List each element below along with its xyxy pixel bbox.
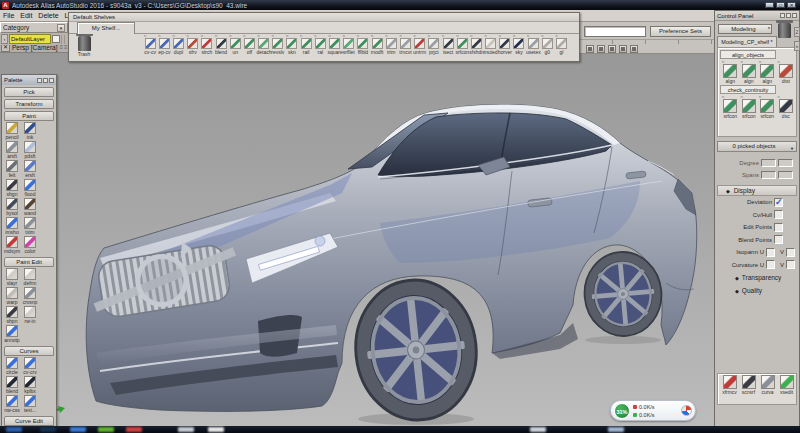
palette-tool[interactable]: pencil	[3, 122, 21, 140]
cp-tool-icon[interactable]	[779, 99, 793, 113]
shelf-tool[interactable]: n blend	[214, 34, 228, 55]
layer-visibility-checkbox[interactable]	[52, 35, 60, 43]
palette-titlebar[interactable]: Palette	[2, 75, 56, 85]
palette-tool[interactable]: nw-css	[3, 395, 21, 413]
cp-tool-icon[interactable]	[723, 375, 737, 389]
palette-tool-icon[interactable]	[6, 217, 18, 229]
cp-tool-icon[interactable]	[761, 375, 775, 389]
taskbar-app-icon[interactable]	[126, 427, 142, 432]
shelf-tool-icon[interactable]	[201, 38, 212, 49]
shelf-tool-icon[interactable]	[499, 38, 510, 49]
shelf-trash[interactable]: Trash	[74, 36, 94, 57]
palette-tool-icon[interactable]	[6, 122, 18, 134]
taskbar-app-icon[interactable]	[530, 427, 546, 432]
display-option-checkbox[interactable]	[774, 235, 783, 244]
menu-item[interactable]: File	[0, 12, 17, 19]
shelf-tool-icon[interactable]	[315, 38, 326, 49]
shelf-tool[interactable]: n revslv	[271, 34, 285, 55]
cp-field-u[interactable]	[761, 159, 776, 167]
shelf-tool[interactable]: n prjct	[427, 34, 441, 55]
magnet-icon[interactable]	[619, 45, 627, 53]
cp-shelf-tab[interactable]: Modeling_CP_shelf *	[717, 36, 777, 47]
cp-side-tab-1[interactable]: 2	[794, 27, 800, 37]
shelf-tool-icon[interactable]	[556, 38, 567, 49]
palette-tool[interactable]: color	[21, 236, 39, 254]
palette-tool-icon[interactable]	[24, 357, 36, 369]
palette-tool[interactable]: warp	[3, 287, 21, 305]
palette-tool[interactable]: pdsft	[21, 141, 39, 159]
shelf-tool[interactable]: n muted	[484, 34, 498, 55]
shelf-tool-icon[interactable]	[272, 38, 283, 49]
shelf-tool[interactable]: n ral	[313, 34, 327, 55]
display-section-header[interactable]: ◆ Display	[717, 185, 797, 196]
cp-field-v[interactable]	[778, 171, 793, 179]
palette-tool-icon[interactable]	[6, 287, 18, 299]
shelf-tool[interactable]: n trncvt	[398, 34, 412, 55]
palette-collapse-button[interactable]	[37, 78, 42, 83]
palette-tool[interactable]: shgn	[3, 179, 21, 197]
cp-collapse-button[interactable]	[780, 13, 785, 18]
palette-tool-icon[interactable]	[6, 306, 18, 318]
cp-tool[interactable]: n dtst	[777, 60, 796, 84]
active-layer[interactable]: DefaultLayer	[9, 34, 51, 44]
menu-item[interactable]: Delete	[35, 12, 61, 19]
snap-curve-icon[interactable]	[608, 45, 616, 53]
trash-icon[interactable]	[78, 36, 91, 51]
cp-field-v[interactable]	[778, 159, 793, 167]
cp-tool-icon[interactable]	[742, 64, 756, 78]
cp-close-button[interactable]	[792, 13, 797, 18]
cp-side-tab-2[interactable]: »	[794, 41, 800, 51]
palette-tool[interactable]: arsft	[3, 141, 21, 159]
shelf-tool-icon[interactable]	[301, 38, 312, 49]
palette-close-button[interactable]	[49, 78, 54, 83]
palette-tool-icon[interactable]	[6, 357, 18, 369]
palette-tool-icon[interactable]	[24, 179, 36, 191]
palette-tool-icon[interactable]	[24, 268, 36, 280]
shelf-tool[interactable]: n untrm	[413, 34, 427, 55]
taskbar-app-icon[interactable]	[98, 427, 114, 432]
shelf-tool-icon[interactable]	[329, 38, 340, 49]
display-option-checkbox[interactable]	[766, 260, 775, 269]
window-control-button[interactable]: □	[776, 2, 785, 8]
palette-tool[interactable]: defrm	[21, 268, 39, 286]
shelf-tool[interactable]: n rail	[299, 34, 313, 55]
palette-tool-icon[interactable]	[24, 236, 36, 248]
palette-section-tab-paintedit[interactable]: Paint Edit	[4, 257, 54, 267]
shelf-tool[interactable]: n trim	[384, 34, 398, 55]
shelf-tool[interactable]: n sfshdn	[469, 34, 483, 55]
palette-tool[interactable]: ersft	[21, 160, 39, 178]
palette-tool[interactable]: bysol	[3, 198, 21, 216]
palette-tool[interactable]: crvsnp	[21, 287, 39, 305]
palette-tool[interactable]: txtm	[21, 217, 39, 235]
shelf-tool-icon[interactable]	[485, 38, 496, 49]
shelf-tool-icon[interactable]	[471, 38, 482, 49]
shelf-tool[interactable]: n g0	[540, 34, 554, 55]
shelf-tool-icon[interactable]	[528, 38, 539, 49]
shelf-tool-icon[interactable]	[244, 38, 255, 49]
shelf-tool-icon[interactable]	[187, 38, 198, 49]
shelf-tool-icon[interactable]	[286, 38, 297, 49]
display-option-v-checkbox[interactable]	[786, 260, 795, 269]
toolbar-input-field[interactable]	[584, 26, 646, 37]
palette-tool-icon[interactable]	[6, 268, 18, 280]
shelf-tool[interactable]: n un	[228, 34, 242, 55]
shelf-tool[interactable]: n square	[327, 34, 341, 55]
shelves-window-title[interactable]: Default Shelves	[69, 13, 579, 22]
palette-tool[interactable]: cv-crv	[21, 357, 39, 375]
display-option-checkbox[interactable]	[766, 248, 775, 257]
shelf-tool[interactable]: n horver	[498, 34, 512, 55]
palette-tool-icon[interactable]	[24, 217, 36, 229]
taskbar-app-icon[interactable]	[40, 427, 56, 432]
preference-sets-button[interactable]: Preference Sets	[650, 26, 711, 37]
palette-tool[interactable]: annotp	[3, 325, 21, 343]
cp-trash[interactable]	[778, 23, 791, 38]
cp-tool[interactable]: xfrmcv	[720, 375, 739, 395]
shelf-tool-icon[interactable]	[513, 38, 524, 49]
palette-tool[interactable]: circle	[3, 357, 21, 375]
palette-tool-icon[interactable]	[6, 160, 18, 172]
shelf-tool[interactable]: n srfcon	[455, 34, 469, 55]
lightbulb-icon[interactable]	[586, 45, 594, 53]
shelf-tool[interactable]: n skn	[285, 34, 299, 55]
shelf-tool-icon[interactable]	[343, 38, 354, 49]
palette-tool[interactable]: felt	[3, 160, 21, 178]
